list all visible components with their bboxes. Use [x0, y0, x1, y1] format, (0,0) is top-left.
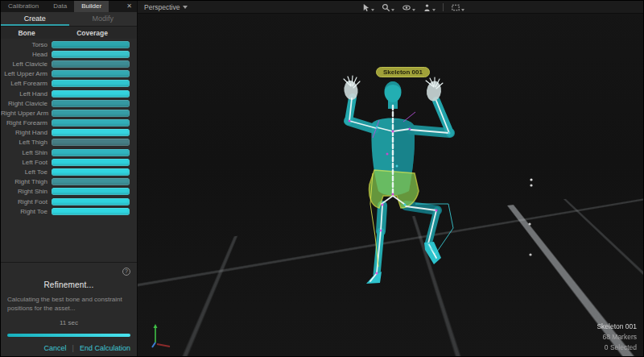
- bone-row[interactable]: Right Shin: [1, 187, 137, 197]
- coverage-bar: [52, 149, 130, 156]
- panel-tabstrip: Calibration Data Builder ✕: [1, 1, 137, 12]
- coverage-bar-fill: [52, 90, 130, 98]
- bone-list: Torso Head Left Clavicle Left Upper Arm: [1, 39, 137, 216]
- coverage-bar: [52, 80, 130, 87]
- coverage-bar-fill: [52, 41, 130, 48]
- selection-status: Skeleton 001 68 Markers 0 Selected: [597, 322, 637, 353]
- coverage-bar: [52, 119, 130, 127]
- bone-row[interactable]: Left Clavicle: [1, 59, 137, 68]
- status-asset-name: Skeleton 001: [597, 322, 637, 332]
- coverage-bar: [52, 129, 130, 136]
- bone-row[interactable]: Right Thigh: [1, 177, 137, 187]
- coverage-bar-fill: [52, 51, 130, 58]
- tab-calibration[interactable]: Calibration: [1, 1, 46, 12]
- coverage-bar-fill: [52, 178, 130, 185]
- coverage-bar-fill: [52, 110, 130, 117]
- bone-label: Right Shin: [1, 188, 52, 195]
- coverage-bar-fill: [52, 188, 130, 195]
- bone-label: Torso: [1, 41, 52, 48]
- bone-row[interactable]: Right Toe: [1, 206, 137, 216]
- coverage-bar-fill: [52, 139, 130, 146]
- coverage-bar-fill: [52, 80, 130, 87]
- coverage-bar-fill: [52, 129, 130, 136]
- marker-dot[interactable]: [529, 253, 531, 255]
- coverage-bar-fill: [52, 198, 130, 205]
- marquee-select-tool-icon[interactable]: [451, 3, 464, 12]
- bone-row[interactable]: Left Toe: [1, 167, 137, 176]
- marker-dot[interactable]: [530, 184, 532, 186]
- bone-label: Right Thigh: [1, 178, 52, 185]
- skeleton-figure[interactable]: [343, 76, 453, 284]
- bone-row[interactable]: Right Foot: [1, 197, 137, 206]
- refinement-description: Calculating the best bone and constraint…: [7, 296, 130, 313]
- status-marker-count: 68 Markers: [597, 332, 637, 342]
- bone-label: Left Clavicle: [1, 60, 52, 68]
- cancel-button[interactable]: Cancel: [44, 344, 67, 352]
- coverage-bar-fill: [52, 119, 130, 127]
- bone-label: Left Foot: [1, 159, 52, 166]
- viewport-3d[interactable]: Perspective: [138, 1, 644, 357]
- scene-overlay: [138, 1, 644, 357]
- bone-label: Left Upper Arm: [1, 70, 52, 77]
- bone-row[interactable]: Left Hand: [1, 89, 137, 98]
- bone-row[interactable]: Right Forearm: [1, 118, 137, 128]
- coverage-bar: [52, 178, 130, 185]
- end-calculation-button[interactable]: End Calculation: [80, 344, 130, 352]
- tab-create[interactable]: Create: [1, 12, 69, 26]
- help-icon[interactable]: ?: [122, 268, 130, 276]
- coverage-bar: [52, 100, 130, 107]
- tab-builder[interactable]: Builder: [74, 1, 109, 12]
- bone-label: Right Foot: [1, 198, 52, 205]
- column-header-coverage: Coverage: [52, 29, 137, 37]
- marker-dot[interactable]: [530, 178, 532, 181]
- bone-label: Left Hand: [1, 90, 52, 98]
- floating-markers[interactable]: [528, 178, 532, 255]
- bone-row[interactable]: Left Foot: [1, 157, 137, 167]
- builder-subtabs: Create Modify: [1, 12, 137, 27]
- bone-label: Left Forearm: [1, 80, 52, 87]
- axis-z-blue: [152, 342, 155, 347]
- actions-divider: |: [72, 344, 74, 352]
- coverage-bar: [52, 51, 130, 58]
- bone-label: Right Upper Arm: [1, 110, 52, 117]
- bone-row[interactable]: Right Hand: [1, 128, 137, 138]
- chevron-down-icon: [183, 6, 188, 9]
- orbit-tool-icon[interactable]: [402, 3, 415, 12]
- select-tool-icon[interactable]: [361, 3, 374, 12]
- close-icon[interactable]: ✕: [122, 1, 137, 12]
- refinement-progress-bar: [7, 334, 130, 337]
- status-selected-count: 0 Selected: [597, 342, 637, 353]
- coverage-bar: [52, 90, 130, 98]
- bone-label: Left Shin: [1, 149, 52, 156]
- marker-dot[interactable]: [528, 222, 530, 225]
- tab-data[interactable]: Data: [46, 1, 74, 12]
- coverage-bar-fill: [52, 168, 130, 176]
- view-mode-dropdown[interactable]: Perspective: [144, 3, 188, 11]
- bone-row[interactable]: Left Upper Arm: [1, 69, 137, 79]
- toolbar-divider: [443, 3, 444, 11]
- coverage-bar: [52, 41, 130, 48]
- bone-row[interactable]: Right Clavicle: [1, 98, 137, 108]
- follow-tool-icon[interactable]: [423, 3, 436, 12]
- bone-row[interactable]: Left Forearm: [1, 79, 137, 89]
- view-mode-label: Perspective: [144, 3, 180, 11]
- coverage-bar: [52, 198, 130, 205]
- bone-row[interactable]: Right Upper Arm: [1, 108, 137, 118]
- bone-label: Right Forearm: [1, 119, 52, 127]
- tab-modify[interactable]: Modify: [69, 12, 138, 26]
- bone-row[interactable]: Left Shin: [1, 147, 137, 157]
- bone-list-header: Bone Coverage: [1, 27, 137, 39]
- zoom-tool-icon[interactable]: [382, 3, 394, 12]
- bone-row[interactable]: Head: [1, 49, 137, 59]
- coverage-bar: [52, 188, 130, 195]
- coverage-bar: [52, 139, 130, 146]
- builder-panel: Calibration Data Builder ✕ Create Modify…: [1, 1, 138, 357]
- skeleton-name-badge[interactable]: Skeleton 001: [376, 67, 430, 77]
- coverage-bar-fill: [52, 70, 130, 77]
- bone-row[interactable]: Torso: [1, 39, 137, 49]
- refinement-title: Refinement...: [7, 280, 130, 289]
- bone-row[interactable]: Left Thigh: [1, 138, 137, 147]
- bone-label: Right Hand: [1, 129, 52, 136]
- coverage-bar: [52, 70, 130, 77]
- refinement-elapsed-time: 11 sec: [7, 319, 130, 326]
